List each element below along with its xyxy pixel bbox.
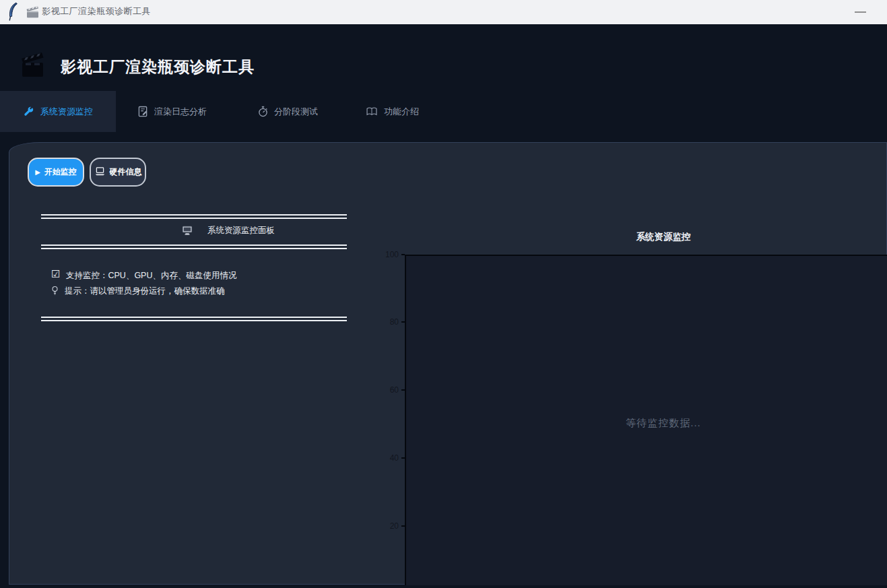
- stopwatch-icon: [258, 106, 268, 117]
- tab-label: 功能介绍: [384, 106, 419, 118]
- start-monitoring-label: 开始监控: [44, 166, 77, 178]
- ytick-20: 20: [372, 521, 399, 531]
- checkbox-checked-icon: ☑: [51, 268, 60, 280]
- double-rule: [41, 214, 347, 219]
- tab-render-log[interactable]: 渲染日志分析: [138, 91, 207, 132]
- minimize-icon: [855, 11, 866, 13]
- double-rule: [41, 317, 347, 321]
- hardware-info-button[interactable]: 硬件信息: [90, 158, 146, 187]
- tab-staged-test[interactable]: 分阶段测试: [258, 91, 318, 132]
- book-icon: [366, 106, 378, 117]
- clapperboard-icon-small: [26, 5, 40, 21]
- info-feature-line: 支持监控：CPU、GPU、内存、磁盘使用情况: [66, 270, 236, 282]
- chart-placeholder-text: 等待监控数据...: [405, 417, 887, 430]
- tab-system-monitor[interactable]: 系统资源监控: [0, 91, 116, 132]
- memo-icon: [138, 106, 148, 117]
- app-window: 影视工厂渲染瓶颈诊断工具 影视工厂渲染瓶颈诊断工具 系统资源监控: [0, 0, 887, 588]
- ytick-mark: [401, 389, 405, 391]
- ytick-mark: [401, 525, 405, 527]
- hardware-info-label: 硬件信息: [110, 166, 142, 178]
- chart-title: 系统资源监控: [405, 231, 887, 243]
- double-rule: [41, 244, 347, 249]
- titlebar-title: 影视工厂渲染瓶颈诊断工具: [42, 0, 151, 24]
- laptop-icon: [94, 166, 106, 178]
- ytick-100: 100: [372, 249, 399, 260]
- ytick-40: 40: [372, 453, 399, 463]
- ytick-mark: [401, 254, 405, 255]
- minimize-button[interactable]: [844, 0, 876, 24]
- play-icon: ▶: [35, 169, 40, 176]
- titlebar: 影视工厂渲染瓶颈诊断工具: [0, 0, 887, 24]
- ytick-mark: [401, 457, 405, 459]
- info-tip-line: 提示：请以管理员身份运行，确保数据准确: [65, 286, 225, 297]
- tk-feather-icon: [7, 2, 18, 24]
- wrench-icon: [23, 106, 34, 117]
- info-panel-title: 系统资源监控面板: [207, 225, 275, 236]
- tab-label: 渲染日志分析: [154, 106, 207, 118]
- ytick-60: 60: [372, 385, 399, 395]
- page-title: 影视工厂渲染瓶颈诊断工具: [61, 57, 255, 77]
- clapperboard-icon-header: [20, 51, 46, 84]
- ytick-mark: [401, 321, 405, 323]
- tab-label: 系统资源监控: [40, 106, 93, 118]
- tab-bar: 系统资源监控 渲染日志分析 分阶: [0, 91, 887, 132]
- tab-about[interactable]: 功能介绍: [366, 91, 419, 132]
- monitor-icon: [182, 226, 193, 238]
- tab-label: 分阶段测试: [274, 106, 318, 118]
- ytick-80: 80: [372, 317, 399, 327]
- bulb-icon: [51, 286, 59, 298]
- tab-content-panel: ▶ 开始监控 硬件信息 系统资源监控面板 ☑ 支持监控：CPU、GPU、内存、: [9, 142, 887, 585]
- start-monitoring-button[interactable]: ▶ 开始监控: [28, 158, 84, 187]
